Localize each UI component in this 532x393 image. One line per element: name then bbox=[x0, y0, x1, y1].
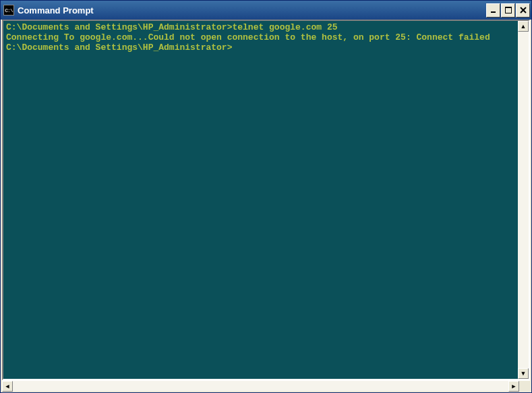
svg-rect-2 bbox=[505, 7, 512, 8]
console-line: C:\Documents and Settings\HP_Administrat… bbox=[6, 42, 515, 53]
console-output[interactable]: C:\Documents and Settings\HP_Administrat… bbox=[3, 21, 518, 379]
window-controls bbox=[486, 3, 530, 18]
arrow-left-icon: ◄ bbox=[5, 384, 11, 390]
scroll-left-button[interactable]: ◄ bbox=[2, 381, 13, 392]
console-wrap: C:\Documents and Settings\HP_Administrat… bbox=[2, 20, 530, 380]
console-line: C:\Documents and Settings\HP_Administrat… bbox=[6, 22, 515, 32]
horizontal-scrollbar[interactable]: ◄ ► bbox=[2, 380, 530, 391]
app-icon: C:\ bbox=[3, 5, 14, 16]
command-prompt-window: C:\ Command Prompt C:\Documents and Sett… bbox=[0, 0, 532, 393]
minimize-button[interactable] bbox=[486, 3, 500, 18]
scroll-up-button[interactable]: ▲ bbox=[518, 21, 529, 32]
arrow-down-icon: ▼ bbox=[521, 371, 527, 377]
vertical-scrollbar[interactable]: ▲ ▼ bbox=[518, 21, 529, 379]
console-line: Connecting To google.com...Could not ope… bbox=[6, 32, 515, 42]
svg-rect-0 bbox=[491, 11, 496, 13]
scroll-down-button[interactable]: ▼ bbox=[518, 368, 529, 379]
arrow-right-icon: ► bbox=[511, 384, 517, 390]
maximize-button[interactable] bbox=[501, 3, 515, 18]
client-area: C:\Documents and Settings\HP_Administrat… bbox=[1, 20, 531, 392]
scroll-right-button[interactable]: ► bbox=[508, 381, 519, 392]
hscroll-track[interactable] bbox=[13, 381, 508, 391]
scrollbar-corner bbox=[519, 381, 530, 392]
arrow-up-icon: ▲ bbox=[521, 24, 527, 30]
window-title: Command Prompt bbox=[18, 5, 486, 16]
close-button[interactable] bbox=[516, 3, 530, 18]
titlebar[interactable]: C:\ Command Prompt bbox=[1, 1, 531, 20]
vscroll-track[interactable] bbox=[518, 32, 529, 368]
